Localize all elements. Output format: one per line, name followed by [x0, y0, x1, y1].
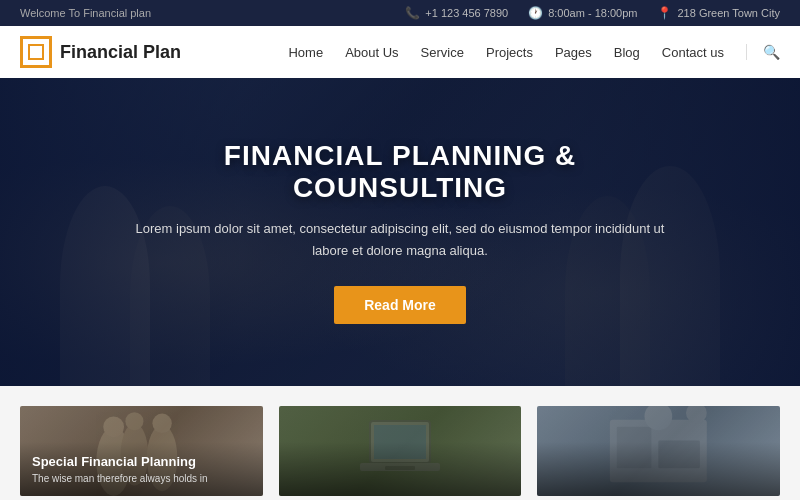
card-2 — [279, 406, 522, 496]
logo-inner-square — [28, 44, 44, 60]
hero-section: FINANCIAL PLANNING & COUNSULTING Lorem i… — [0, 78, 800, 386]
card-2-content — [279, 473, 522, 496]
phone-item: 📞 +1 123 456 7890 — [405, 6, 508, 20]
hero-content: FINANCIAL PLANNING & COUNSULTING Lorem i… — [110, 140, 690, 324]
read-more-button[interactable]: Read More — [334, 286, 466, 324]
hero-title: FINANCIAL PLANNING & COUNSULTING — [130, 140, 670, 204]
location-icon: 📍 — [657, 6, 672, 20]
welcome-text: Welcome To Financial plan — [20, 7, 151, 19]
card-3-content — [537, 473, 780, 496]
top-bar-right: 📞 +1 123 456 7890 🕐 8:00am - 18:00pm 📍 2… — [405, 6, 780, 20]
card-1: Special Financial Planning The wise man … — [20, 406, 263, 496]
clock-icon: 🕐 — [528, 6, 543, 20]
nav-contact[interactable]: Contact us — [662, 45, 724, 60]
hours-item: 🕐 8:00am - 18:00pm — [528, 6, 637, 20]
nav-links: Home About Us Service Projects Pages Blo… — [288, 44, 780, 60]
card-3 — [537, 406, 780, 496]
location-item: 📍 218 Green Town City — [657, 6, 780, 20]
phone-number: +1 123 456 7890 — [425, 7, 508, 19]
logo-icon — [20, 36, 52, 68]
card-1-content: Special Financial Planning The wise man … — [20, 444, 263, 496]
business-hours: 8:00am - 18:00pm — [548, 7, 637, 19]
nav-about[interactable]: About Us — [345, 45, 398, 60]
card-1-desc: The wise man therefore always holds in — [32, 472, 251, 486]
logo-text: Financial Plan — [60, 42, 181, 63]
top-bar: Welcome To Financial plan 📞 +1 123 456 7… — [0, 0, 800, 26]
cards-section: Special Financial Planning The wise man … — [0, 386, 800, 500]
card-1-title: Special Financial Planning — [32, 454, 251, 469]
nav-home[interactable]: Home — [288, 45, 323, 60]
nav-projects[interactable]: Projects — [486, 45, 533, 60]
nav-blog[interactable]: Blog — [614, 45, 640, 60]
hero-subtitle: Lorem ipsum dolor sit amet, consectetur … — [130, 218, 670, 262]
nav-pages[interactable]: Pages — [555, 45, 592, 60]
navbar: Financial Plan Home About Us Service Pro… — [0, 26, 800, 78]
phone-icon: 📞 — [405, 6, 420, 20]
location-text: 218 Green Town City — [677, 7, 780, 19]
search-icon[interactable]: 🔍 — [746, 44, 780, 60]
nav-service[interactable]: Service — [421, 45, 464, 60]
logo[interactable]: Financial Plan — [20, 36, 181, 68]
